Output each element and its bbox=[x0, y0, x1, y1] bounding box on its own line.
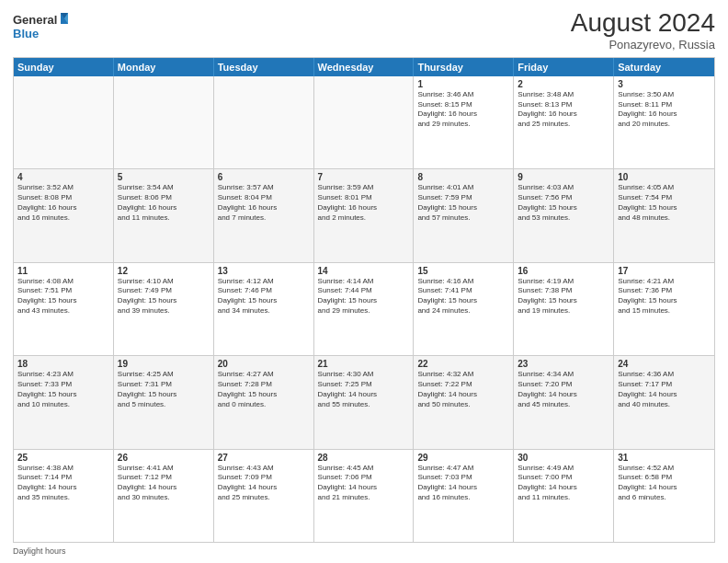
day-num-1-6: 10 bbox=[618, 172, 711, 182]
cal-cell-1-0: 4Sunrise: 3:52 AM Sunset: 8:08 PM Daylig… bbox=[14, 169, 114, 261]
subtitle: Ponazyrevo, Russia bbox=[571, 38, 715, 52]
main-title: August 2024 bbox=[571, 9, 715, 38]
cal-row-4: 25Sunrise: 4:38 AM Sunset: 7:14 PM Dayli… bbox=[14, 449, 714, 542]
svg-text:Blue: Blue bbox=[13, 27, 39, 40]
cal-cell-0-3 bbox=[314, 76, 415, 168]
day-num-2-3: 14 bbox=[318, 266, 410, 276]
cal-cell-2-4: 15Sunrise: 4:16 AM Sunset: 7:41 PM Dayli… bbox=[414, 263, 514, 355]
cal-cell-4-4: 29Sunrise: 4:47 AM Sunset: 7:03 PM Dayli… bbox=[414, 450, 514, 542]
cell-text-3-5: Sunrise: 4:34 AM Sunset: 7:20 PM Dayligh… bbox=[518, 370, 609, 409]
day-num-3-1: 19 bbox=[118, 359, 210, 369]
cell-text-3-4: Sunrise: 4:32 AM Sunset: 7:22 PM Dayligh… bbox=[417, 370, 509, 409]
cal-cell-3-5: 23Sunrise: 4:34 AM Sunset: 7:20 PM Dayli… bbox=[514, 356, 614, 448]
day-num-3-0: 18 bbox=[17, 359, 109, 369]
day-num-2-0: 11 bbox=[17, 266, 109, 276]
day-num-4-3: 28 bbox=[318, 453, 410, 463]
logo: General Blue bbox=[13, 9, 68, 44]
page: General Blue August 2024 Ponazyrevo, Rus… bbox=[0, 0, 728, 563]
cal-cell-1-3: 7Sunrise: 3:59 AM Sunset: 8:01 PM Daylig… bbox=[314, 169, 415, 261]
cal-cell-4-6: 31Sunrise: 4:52 AM Sunset: 6:58 PM Dayli… bbox=[614, 450, 714, 542]
cell-text-2-1: Sunrise: 4:10 AM Sunset: 7:49 PM Dayligh… bbox=[118, 277, 210, 316]
day-num-2-1: 12 bbox=[118, 266, 210, 276]
cal-cell-3-6: 24Sunrise: 4:36 AM Sunset: 7:17 PM Dayli… bbox=[614, 356, 714, 448]
day-num-2-6: 17 bbox=[618, 266, 711, 276]
calendar: SundayMondayTuesdayWednesdayThursdayFrid… bbox=[13, 57, 715, 543]
day-num-2-4: 15 bbox=[417, 266, 509, 276]
cell-text-0-6: Sunrise: 3:50 AM Sunset: 8:11 PM Dayligh… bbox=[618, 90, 711, 130]
cal-header-sunday: Sunday bbox=[14, 58, 114, 76]
cal-header-friday: Friday bbox=[514, 58, 614, 76]
cell-text-1-2: Sunrise: 3:57 AM Sunset: 8:04 PM Dayligh… bbox=[218, 183, 310, 223]
day-num-4-2: 27 bbox=[218, 453, 310, 463]
day-num-1-4: 8 bbox=[417, 172, 509, 182]
cell-text-2-3: Sunrise: 4:14 AM Sunset: 7:44 PM Dayligh… bbox=[318, 277, 410, 316]
cell-text-4-1: Sunrise: 4:41 AM Sunset: 7:12 PM Dayligh… bbox=[118, 464, 210, 503]
cal-cell-2-3: 14Sunrise: 4:14 AM Sunset: 7:44 PM Dayli… bbox=[314, 263, 415, 355]
cal-cell-4-1: 26Sunrise: 4:41 AM Sunset: 7:12 PM Dayli… bbox=[114, 450, 214, 542]
cell-text-4-4: Sunrise: 4:47 AM Sunset: 7:03 PM Dayligh… bbox=[417, 464, 509, 503]
day-num-0-4: 1 bbox=[417, 79, 509, 89]
cal-cell-2-1: 12Sunrise: 4:10 AM Sunset: 7:49 PM Dayli… bbox=[114, 263, 214, 355]
cell-text-1-5: Sunrise: 4:03 AM Sunset: 7:56 PM Dayligh… bbox=[518, 183, 609, 223]
cal-cell-3-0: 18Sunrise: 4:23 AM Sunset: 7:33 PM Dayli… bbox=[14, 356, 114, 448]
cell-text-3-6: Sunrise: 4:36 AM Sunset: 7:17 PM Dayligh… bbox=[618, 370, 711, 409]
cal-cell-1-2: 6Sunrise: 3:57 AM Sunset: 8:04 PM Daylig… bbox=[214, 169, 314, 261]
day-num-4-0: 25 bbox=[17, 453, 109, 463]
cell-text-4-3: Sunrise: 4:45 AM Sunset: 7:06 PM Dayligh… bbox=[318, 464, 410, 503]
cal-row-2: 11Sunrise: 4:08 AM Sunset: 7:51 PM Dayli… bbox=[14, 262, 714, 355]
cal-cell-3-2: 20Sunrise: 4:27 AM Sunset: 7:28 PM Dayli… bbox=[214, 356, 314, 448]
cal-cell-1-4: 8Sunrise: 4:01 AM Sunset: 7:59 PM Daylig… bbox=[414, 169, 514, 261]
day-num-0-6: 3 bbox=[618, 79, 711, 89]
day-num-2-2: 13 bbox=[218, 266, 310, 276]
day-num-4-6: 31 bbox=[618, 453, 711, 463]
day-num-4-5: 30 bbox=[518, 453, 609, 463]
day-num-1-5: 9 bbox=[518, 172, 609, 182]
cal-header-tuesday: Tuesday bbox=[214, 58, 314, 76]
cell-text-2-2: Sunrise: 4:12 AM Sunset: 7:46 PM Dayligh… bbox=[218, 277, 310, 316]
day-num-4-1: 26 bbox=[118, 453, 210, 463]
svg-text:General: General bbox=[13, 13, 57, 27]
cell-text-1-1: Sunrise: 3:54 AM Sunset: 8:06 PM Dayligh… bbox=[118, 183, 210, 223]
cell-text-1-0: Sunrise: 3:52 AM Sunset: 8:08 PM Dayligh… bbox=[17, 183, 109, 223]
cell-text-3-2: Sunrise: 4:27 AM Sunset: 7:28 PM Dayligh… bbox=[218, 370, 310, 409]
cell-text-0-5: Sunrise: 3:48 AM Sunset: 8:13 PM Dayligh… bbox=[518, 90, 609, 130]
cell-text-1-6: Sunrise: 4:05 AM Sunset: 7:54 PM Dayligh… bbox=[618, 183, 711, 223]
day-num-3-6: 24 bbox=[618, 359, 711, 369]
cal-cell-3-1: 19Sunrise: 4:25 AM Sunset: 7:31 PM Dayli… bbox=[114, 356, 214, 448]
cell-text-1-4: Sunrise: 4:01 AM Sunset: 7:59 PM Dayligh… bbox=[417, 183, 509, 223]
cal-cell-0-6: 3Sunrise: 3:50 AM Sunset: 8:11 PM Daylig… bbox=[614, 76, 714, 168]
cal-header-thursday: Thursday bbox=[414, 58, 514, 76]
cal-header-saturday: Saturday bbox=[614, 58, 714, 76]
day-num-3-5: 23 bbox=[518, 359, 609, 369]
cell-text-2-6: Sunrise: 4:21 AM Sunset: 7:36 PM Dayligh… bbox=[618, 277, 711, 316]
cell-text-2-5: Sunrise: 4:19 AM Sunset: 7:38 PM Dayligh… bbox=[518, 277, 609, 316]
cal-row-1: 4Sunrise: 3:52 AM Sunset: 8:08 PM Daylig… bbox=[14, 168, 714, 261]
cal-header-monday: Monday bbox=[114, 58, 214, 76]
cell-text-1-3: Sunrise: 3:59 AM Sunset: 8:01 PM Dayligh… bbox=[318, 183, 410, 223]
cal-cell-2-5: 16Sunrise: 4:19 AM Sunset: 7:38 PM Dayli… bbox=[514, 263, 614, 355]
cell-text-4-2: Sunrise: 4:43 AM Sunset: 7:09 PM Dayligh… bbox=[218, 464, 310, 503]
day-num-3-3: 21 bbox=[318, 359, 410, 369]
logo-svg: General Blue bbox=[13, 9, 68, 44]
cal-cell-1-1: 5Sunrise: 3:54 AM Sunset: 8:06 PM Daylig… bbox=[114, 169, 214, 261]
cal-cell-0-1 bbox=[114, 76, 214, 168]
header: General Blue August 2024 Ponazyrevo, Rus… bbox=[13, 9, 715, 52]
cal-cell-0-0 bbox=[14, 76, 114, 168]
cell-text-3-3: Sunrise: 4:30 AM Sunset: 7:25 PM Dayligh… bbox=[318, 370, 410, 409]
cell-text-2-4: Sunrise: 4:16 AM Sunset: 7:41 PM Dayligh… bbox=[417, 277, 509, 316]
cal-row-0: 1Sunrise: 3:46 AM Sunset: 8:15 PM Daylig… bbox=[14, 76, 714, 168]
cal-cell-0-5: 2Sunrise: 3:48 AM Sunset: 8:13 PM Daylig… bbox=[514, 76, 614, 168]
cal-cell-4-5: 30Sunrise: 4:49 AM Sunset: 7:00 PM Dayli… bbox=[514, 450, 614, 542]
cal-cell-4-2: 27Sunrise: 4:43 AM Sunset: 7:09 PM Dayli… bbox=[214, 450, 314, 542]
cal-header-wednesday: Wednesday bbox=[314, 58, 415, 76]
calendar-header: SundayMondayTuesdayWednesdayThursdayFrid… bbox=[14, 58, 714, 76]
cell-text-4-5: Sunrise: 4:49 AM Sunset: 7:00 PM Dayligh… bbox=[518, 464, 609, 503]
cell-text-4-6: Sunrise: 4:52 AM Sunset: 6:58 PM Dayligh… bbox=[618, 464, 711, 503]
day-num-1-3: 7 bbox=[318, 172, 410, 182]
calendar-body: 1Sunrise: 3:46 AM Sunset: 8:15 PM Daylig… bbox=[14, 76, 714, 542]
cal-cell-0-2 bbox=[214, 76, 314, 168]
cal-cell-3-3: 21Sunrise: 4:30 AM Sunset: 7:25 PM Dayli… bbox=[314, 356, 415, 448]
day-num-1-2: 6 bbox=[218, 172, 310, 182]
day-num-3-4: 22 bbox=[417, 359, 509, 369]
cal-cell-2-6: 17Sunrise: 4:21 AM Sunset: 7:36 PM Dayli… bbox=[614, 263, 714, 355]
